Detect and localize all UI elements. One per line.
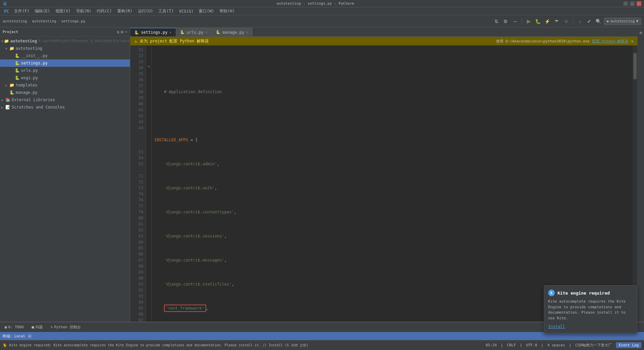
tree-item-urls[interactable]: 🐍 urls.py (0, 67, 130, 74)
tab-manage-close[interactable]: × (246, 30, 248, 34)
debug-button[interactable]: 🐛 (534, 17, 542, 25)
line-num-57: 77 (130, 203, 146, 209)
todo-tab-problems[interactable]: ■ 问题 (30, 323, 45, 331)
line-num-53: 72 (130, 179, 146, 185)
menu-refactor[interactable]: 重构(R) (115, 8, 135, 15)
stop-button[interactable]: ⏹ (562, 17, 570, 25)
line-num-59: 80 (130, 215, 146, 221)
tab-urls-label: urls.py (187, 30, 204, 35)
terminal-add-icon[interactable]: + (27, 334, 32, 338)
maximize-button[interactable]: □ (630, 1, 635, 6)
fold-6 (146, 81, 151, 88)
line-num-56: 76 (130, 197, 146, 203)
terminal-local[interactable]: Local (14, 334, 25, 338)
tab-manage[interactable]: 🐍 manage.py × (212, 28, 253, 36)
title-left: 🖥 (3, 1, 7, 6)
scratches-icon: 📝 (5, 105, 10, 110)
tab-settings[interactable]: 🐍 settings.py × (130, 28, 176, 36)
tree-item-root[interactable]: ▼ 📁 autotesting D:\pythonProject\PGrunne… (0, 37, 130, 45)
status-sep2: | (520, 343, 522, 347)
code-content[interactable]: # Application definition INSTALLED_APPS … (152, 45, 633, 322)
close-button[interactable]: × (637, 1, 641, 6)
panel-settings-icon[interactable]: ⚙ (121, 29, 123, 34)
python-icon-wsgi: 🐍 (15, 75, 20, 80)
menu-code[interactable]: 代码(C) (94, 8, 115, 15)
code-line-36: 'django.contrib.auth', (154, 185, 630, 191)
vcs-commit-button[interactable]: ✔ (585, 17, 593, 25)
sidebar-maven-icon[interactable]: M (638, 30, 644, 36)
line-num-39: 39 (130, 95, 146, 101)
run-button[interactable]: ▶ (525, 17, 533, 25)
vcs-update-button[interactable]: ↓ (576, 17, 584, 25)
problems-icon: ■ (32, 325, 34, 329)
todo-tab-python-console[interactable]: ✎ Python 控制台 (49, 323, 83, 331)
code-line-35: 'django.contrib.admin', (154, 161, 630, 167)
menu-view[interactable]: 视图(V) (53, 8, 73, 15)
line-num-61: 82 (130, 227, 146, 233)
scroll-thumb[interactable] (633, 53, 637, 79)
breadcrumb-sep2: › (57, 19, 60, 23)
menu-help[interactable]: 帮助(H) (217, 8, 237, 15)
status-sep4: | (569, 343, 572, 347)
settings-button[interactable]: ⚙ (502, 17, 510, 25)
tab-urls[interactable]: 🐍 urls.py × (176, 28, 212, 36)
menu-pc[interactable]: PC (1, 8, 11, 14)
close-panel-button[interactable]: ─ (511, 17, 519, 25)
breadcrumb-file[interactable]: settings.py (61, 19, 86, 23)
breadcrumb-project[interactable]: autotesting (3, 19, 27, 23)
breadcrumb-module[interactable]: autotesting (32, 19, 56, 23)
todo-tab-todo[interactable]: ▣ 6: TODO (3, 324, 26, 331)
menu-file[interactable]: 文件(F) (11, 8, 32, 15)
tab-settings-icon: 🐍 (134, 30, 139, 35)
menu-navigate[interactable]: 导航(N) (73, 8, 94, 15)
line-num-62: 83 (130, 233, 146, 239)
line-num-67: 88 (130, 263, 146, 269)
minimize-button[interactable]: ─ (623, 1, 628, 6)
code-editor[interactable]: 31 32 33 34 35 36 37 38 39 40 41 42 43 4… (130, 45, 637, 322)
menu-vcs[interactable]: VCS(S) (176, 8, 196, 14)
code-line-37: 'django.contrib.contenttypes', (154, 209, 630, 215)
line-num-44: 44 (130, 125, 146, 131)
search-everywhere-button[interactable]: 🔍 (595, 17, 603, 25)
menu-window[interactable]: 窗口(W) (196, 8, 217, 15)
warning-gear-icon[interactable]: ⚙ (631, 39, 633, 43)
tree-item-autotesting-folder[interactable]: ▼ 📁 autotesting (0, 45, 130, 52)
tab-settings-close[interactable]: × (169, 31, 171, 34)
tab-urls-close[interactable]: × (205, 30, 207, 34)
line-num-34: 34 (130, 65, 146, 71)
configure-interpreter-link[interactable]: 配置 Python 解释器 (592, 39, 628, 44)
menu-run[interactable]: 运行(U) (135, 8, 156, 15)
tree-label-manage: manage.py (16, 90, 37, 95)
fold-installed-apps[interactable]: ▼ (146, 63, 151, 69)
expand-button[interactable]: ⇅ (492, 17, 500, 25)
project-panel-header: Project ⇅ ⚙ ─ (0, 27, 130, 37)
coverage-button[interactable]: ☂ (553, 17, 561, 25)
tree-label-autotesting: autotesting (16, 46, 42, 51)
tree-item-templates[interactable]: ▶ 📁 templates (0, 81, 130, 89)
event-log-btn[interactable]: Event Log (616, 342, 641, 348)
tree-item-settings[interactable]: 🐍 settings.py (0, 59, 130, 67)
menu-edit[interactable]: 编辑(E) (32, 8, 53, 15)
todo-icon: ▣ (5, 325, 7, 329)
status-sep1: | (501, 343, 503, 347)
breadcrumb-sep1: › (28, 19, 31, 23)
panel-expand-icon[interactable]: ⇅ (117, 29, 120, 34)
warning-icon: ⚠ (134, 38, 137, 44)
menu-tools[interactable]: 工具(T) (156, 8, 176, 15)
kite-install-button[interactable]: Install (548, 324, 565, 329)
tree-item-init[interactable]: 🐍 __init__.py (0, 52, 130, 59)
tree-item-manage[interactable]: 🐍 manage.py (0, 89, 130, 96)
indent-41 (154, 305, 164, 311)
line-num-71: 92 (130, 287, 146, 293)
tree-item-scratches[interactable]: ▶ 📝 Scratches and Consoles (0, 104, 130, 111)
run-config-dropdown[interactable]: ▶ autotesting ▼ (604, 18, 641, 25)
python-icon-init: 🐍 (15, 53, 20, 58)
panel-collapse-icon[interactable]: ─ (125, 29, 127, 34)
tab-urls-icon: 🐍 (180, 30, 185, 34)
tree-item-wsgi[interactable]: 🐍 wsgi.py (0, 74, 130, 81)
comma-41: , (206, 305, 208, 311)
toolbar-sep2 (573, 18, 573, 25)
status-kite-msg: Kite engine required: Kite autocomplete … (9, 343, 308, 348)
profile-button[interactable]: ⚡ (543, 17, 551, 25)
tree-item-external-libs[interactable]: ▶ 📚 External Libraries (0, 96, 130, 104)
